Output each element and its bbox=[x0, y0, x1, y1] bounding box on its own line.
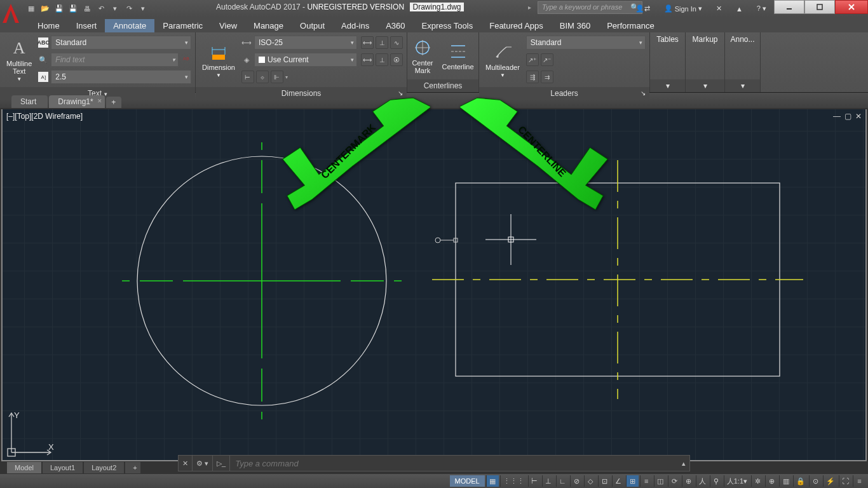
sb-transparency-icon[interactable]: ◫ bbox=[654, 475, 667, 487]
save-icon[interactable]: 💾 bbox=[53, 3, 65, 15]
dim-tool2-icon[interactable]: ⊥ bbox=[376, 36, 388, 49]
sb-annotvis-icon[interactable]: 人 bbox=[696, 475, 709, 487]
exchange-icon[interactable]: ✕ bbox=[712, 2, 726, 16]
a360-icon[interactable]: ▲ bbox=[732, 2, 747, 16]
tab-annotate[interactable]: Annotate bbox=[105, 19, 154, 32]
sb-polar-icon[interactable]: ⊘ bbox=[570, 475, 583, 487]
layouttab-add[interactable]: + bbox=[125, 461, 141, 474]
app-logo-icon[interactable] bbox=[0, 1, 22, 27]
minimize-button[interactable] bbox=[774, 0, 804, 14]
dim-tool4-icon[interactable]: ⟷ bbox=[361, 53, 374, 66]
sb-osnap-icon[interactable]: ⊡ bbox=[598, 475, 611, 487]
title-arrow-icon[interactable]: ▸ bbox=[528, 4, 531, 11]
tab-expresstools[interactable]: Express Tools bbox=[414, 19, 482, 32]
autodesk360-icon[interactable]: 👤⇄ bbox=[632, 2, 654, 16]
markup-expand-icon[interactable]: ▾ bbox=[686, 79, 724, 92]
sb-isolate-icon[interactable]: ⊙ bbox=[809, 475, 822, 487]
sb-autoscale-icon[interactable]: ⚲ bbox=[710, 475, 722, 487]
filetab-start[interactable]: Start bbox=[11, 95, 48, 108]
sb-grid-icon[interactable]: ▦ bbox=[486, 475, 499, 487]
signin-button[interactable]: 👤 Sign In ▾ bbox=[660, 2, 706, 16]
sb-workspace-icon[interactable]: ✲ bbox=[751, 475, 764, 487]
redo-icon[interactable]: ↷ bbox=[123, 3, 135, 15]
filetab-close-icon[interactable]: ✕ bbox=[97, 98, 102, 104]
tab-bim360[interactable]: BIM 360 bbox=[552, 19, 599, 32]
sb-lweight-icon[interactable]: ≡ bbox=[640, 475, 653, 487]
search-input[interactable]: Type a keyword or phrase bbox=[538, 1, 642, 14]
tab-addins[interactable]: Add-ins bbox=[333, 19, 377, 32]
cmdline-history-icon[interactable]: ▴ bbox=[678, 456, 689, 471]
saveas-icon[interactable]: 💾 bbox=[67, 3, 79, 15]
center-mark-button[interactable]: Center Mark bbox=[409, 35, 435, 77]
leader-style-combo[interactable]: Standard bbox=[526, 36, 646, 50]
tab-home[interactable]: Home bbox=[29, 19, 68, 32]
command-input[interactable] bbox=[230, 459, 678, 468]
cmdline-customize-icon[interactable]: ⚙ ▾ bbox=[193, 456, 213, 471]
centerline-button[interactable]: Centerline bbox=[439, 35, 476, 77]
new-icon[interactable]: ▦ bbox=[25, 3, 37, 15]
sb-annotmon-icon[interactable]: ⊕ bbox=[682, 475, 695, 487]
tab-a360[interactable]: A360 bbox=[377, 19, 413, 32]
help-icon[interactable]: ? ▾ bbox=[753, 2, 770, 16]
text-style-combo[interactable]: Standard bbox=[51, 36, 191, 50]
viewport-label[interactable]: [–][Top][2D Wireframe] bbox=[6, 112, 83, 121]
sb-hwacc-icon[interactable]: ⚡ bbox=[823, 475, 837, 487]
dim-style-combo[interactable]: ISO-25 bbox=[254, 36, 357, 50]
dimlayer-icon[interactable]: ◈ bbox=[241, 55, 252, 65]
sb-units-icon[interactable]: ⊕ bbox=[765, 475, 778, 487]
multiline-text-button[interactable]: A Multiline Text ▼ bbox=[4, 35, 34, 85]
vp-minimize-icon[interactable]: — bbox=[833, 112, 841, 121]
vp-maximize-icon[interactable]: ▢ bbox=[844, 112, 851, 121]
tab-view[interactable]: View bbox=[211, 19, 245, 32]
text-height-combo[interactable]: 2.5 bbox=[51, 70, 191, 84]
dim-tool6-icon[interactable]: ⦿ bbox=[390, 53, 403, 66]
drawing-canvas[interactable]: [–][Top][2D Wireframe] — ▢ ✕ bbox=[1, 109, 867, 461]
layouttab-layout1[interactable]: Layout1 bbox=[42, 461, 83, 474]
sb-3dosnap-icon[interactable]: ∠ bbox=[612, 475, 625, 487]
tab-insert[interactable]: Insert bbox=[68, 19, 105, 32]
cmdline-close-icon[interactable]: ✕ bbox=[179, 456, 193, 471]
sb-cleanscreen-icon[interactable]: ⛶ bbox=[839, 475, 851, 487]
panel-markup[interactable]: Markup ▾ bbox=[686, 32, 725, 92]
undo-icon[interactable]: ↶ bbox=[95, 3, 107, 15]
dim-linear-icon[interactable]: ⊢ bbox=[241, 71, 254, 83]
filetab-drawing1[interactable]: Drawing1*✕ bbox=[49, 95, 104, 108]
plot-icon[interactable]: 🖶 bbox=[81, 3, 93, 15]
sb-iso-icon[interactable]: ◇ bbox=[584, 475, 597, 487]
tab-featuredapps[interactable]: Featured Apps bbox=[481, 19, 552, 32]
layouttab-layout2[interactable]: Layout2 bbox=[83, 461, 125, 474]
undo-dd-icon[interactable]: ▾ bbox=[109, 3, 121, 15]
maximize-button[interactable] bbox=[804, 0, 835, 14]
sb-annoscale-icon[interactable]: 人 1:1 ▾ bbox=[724, 475, 750, 487]
find-icon[interactable]: 🔍 bbox=[38, 55, 48, 65]
spellcheck-icon[interactable]: ᴬᴮ bbox=[181, 55, 191, 65]
dim-layer-combo[interactable]: Use Current bbox=[254, 53, 357, 67]
vp-close-icon[interactable]: ✕ bbox=[855, 112, 862, 121]
leader-add-icon[interactable]: ↗⁺ bbox=[526, 53, 539, 66]
sb-dynamic-icon[interactable]: ⊥ bbox=[542, 475, 555, 487]
close-button[interactable] bbox=[835, 0, 868, 14]
sb-lockui-icon[interactable]: 🔒 bbox=[793, 475, 808, 487]
dimstyle-icon[interactable]: ⟷ bbox=[241, 37, 252, 48]
open-icon[interactable]: 📂 bbox=[39, 3, 51, 15]
panel-anno[interactable]: Anno... ▾ bbox=[725, 32, 761, 92]
tab-output[interactable]: Output bbox=[292, 19, 333, 32]
dim-tool1-icon[interactable]: ⟷ bbox=[361, 36, 374, 49]
leader-remove-icon[interactable]: ↗⁻ bbox=[541, 53, 553, 66]
sb-otrack-icon[interactable]: ⊞ bbox=[626, 475, 639, 487]
tab-performance[interactable]: Performance bbox=[599, 19, 662, 32]
command-line[interactable]: ✕ ⚙ ▾ ▷_ ▴ bbox=[178, 455, 690, 471]
tab-parametric[interactable]: Parametric bbox=[154, 19, 211, 32]
tables-expand-icon[interactable]: ▾ bbox=[650, 79, 685, 92]
panel-tables[interactable]: Tables ▾ bbox=[650, 32, 686, 92]
sb-snap-icon[interactable]: ⋮⋮⋮ bbox=[500, 475, 527, 487]
textheight-icon[interactable]: A] bbox=[38, 72, 48, 82]
sb-infer-icon[interactable]: ⊢ bbox=[528, 475, 541, 487]
tab-manage[interactable]: Manage bbox=[245, 19, 292, 32]
dim-tool5-icon[interactable]: ⊥ bbox=[376, 53, 388, 66]
redo-dd-icon[interactable]: ▾ bbox=[137, 3, 149, 15]
sb-model[interactable]: MODEL bbox=[450, 475, 485, 487]
textstyle-icon[interactable]: ABC bbox=[38, 37, 48, 48]
sb-quickprops-icon[interactable]: ▥ bbox=[779, 475, 792, 487]
find-text-input[interactable]: Find text bbox=[51, 53, 179, 67]
